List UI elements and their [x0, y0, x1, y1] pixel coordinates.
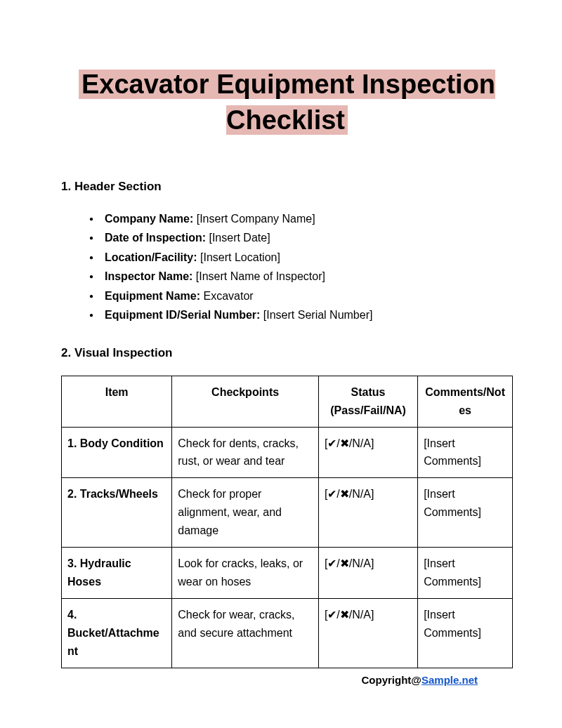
inspection-table: Item Checkpoints Status (Pass/Fail/NA) C…: [61, 376, 513, 668]
cell-status: [✔/✖/N/A]: [318, 548, 417, 599]
list-item: Equipment Name: Excavator: [89, 286, 513, 306]
field-value: [Insert Date]: [206, 232, 270, 244]
document-page: Excavator Equipment Inspection Checklist…: [0, 0, 562, 710]
footer-link[interactable]: Sample.net: [422, 674, 478, 686]
cell-item: 1. Body Condition: [62, 427, 172, 478]
table-row: 1. Body Condition Check for dents, crack…: [62, 427, 513, 478]
cell-checkpoint: Check for dents, cracks, rust, or wear a…: [172, 427, 319, 478]
table-row: 3. Hydraulic Hoses Look for cracks, leak…: [62, 548, 513, 599]
field-label: Equipment Name:: [105, 290, 200, 302]
document-title: Excavator Equipment Inspection Checklist: [61, 67, 513, 139]
field-label: Company Name:: [105, 213, 193, 225]
cell-comments: [Insert Comments]: [418, 598, 513, 668]
field-label: Date of Inspection:: [105, 232, 206, 244]
cell-item: 4. Bucket/Attachment: [62, 598, 172, 668]
cell-checkpoint: Check for wear, cracks, and secure attac…: [172, 598, 319, 668]
list-item: Inspector Name: [Insert Name of Inspecto…: [89, 267, 513, 286]
header-list: Company Name: [Insert Company Name] Date…: [61, 209, 513, 325]
field-label: Equipment ID/Serial Number:: [105, 309, 260, 321]
field-value: [Insert Name of Inspector]: [192, 270, 325, 282]
cell-checkpoint: Check for proper alignment, wear, and da…: [172, 478, 319, 548]
list-item: Date of Inspection: [Insert Date]: [89, 228, 513, 248]
field-value: [Insert Company Name]: [193, 213, 315, 225]
list-item: Location/Facility: [Insert Location]: [89, 248, 513, 267]
title-highlight: Excavator Equipment Inspection Checklist: [79, 70, 495, 135]
table-header-row: Item Checkpoints Status (Pass/Fail/NA) C…: [62, 376, 513, 427]
list-item: Equipment ID/Serial Number: [Insert Seri…: [89, 305, 513, 325]
field-value: [Insert Serial Number]: [260, 309, 372, 321]
cell-status: [✔/✖/N/A]: [318, 598, 417, 668]
col-header-checkpoints: Checkpoints: [172, 376, 319, 427]
cell-comments: [Insert Comments]: [418, 548, 513, 599]
field-label: Location/Facility:: [105, 251, 197, 263]
cell-status: [✔/✖/N/A]: [318, 478, 417, 548]
field-label: Inspector Name:: [105, 270, 192, 282]
field-value: Excavator: [200, 290, 254, 302]
cell-item: 2. Tracks/Wheels: [62, 478, 172, 548]
section2-heading: 2. Visual Inspection: [61, 346, 513, 360]
footer: Copyright@Sample.net: [362, 674, 478, 686]
col-header-status: Status (Pass/Fail/NA): [318, 376, 417, 427]
cell-comments: [Insert Comments]: [418, 427, 513, 478]
table-row: 2. Tracks/Wheels Check for proper alignm…: [62, 478, 513, 548]
cell-status: [✔/✖/N/A]: [318, 427, 417, 478]
section1-heading: 1. Header Section: [61, 180, 513, 194]
cell-item: 3. Hydraulic Hoses: [62, 548, 172, 599]
col-header-item: Item: [62, 376, 172, 427]
cell-checkpoint: Look for cracks, leaks, or wear on hoses: [172, 548, 319, 599]
copyright-prefix: Copyright@: [362, 674, 422, 686]
col-header-comments: Comments/Notes: [418, 376, 513, 427]
cell-comments: [Insert Comments]: [418, 478, 513, 548]
field-value: [Insert Location]: [197, 251, 280, 263]
table-row: 4. Bucket/Attachment Check for wear, cra…: [62, 598, 513, 668]
list-item: Company Name: [Insert Company Name]: [89, 209, 513, 229]
